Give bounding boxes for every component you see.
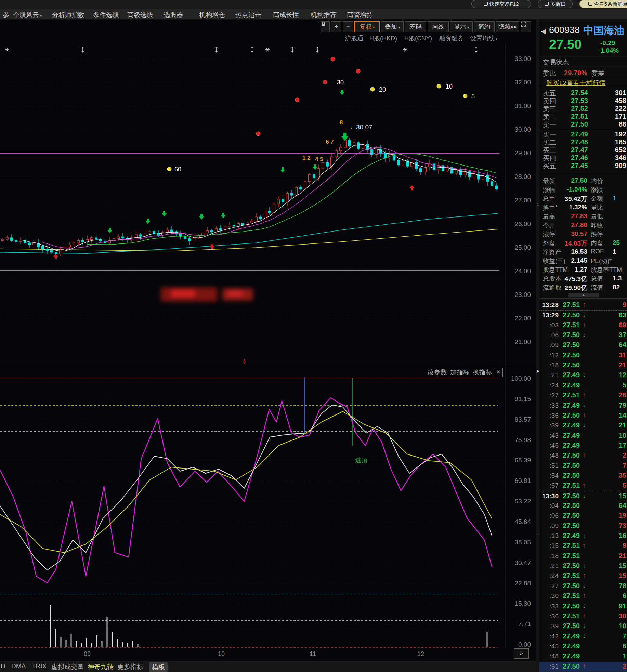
menu-item-高管增持[interactable]: 高管增持 — [347, 11, 373, 19]
toolbar-button-+[interactable]: + — [331, 21, 341, 32]
indicator-axis-label: 15.30 — [514, 600, 531, 607]
panel-divider[interactable]: ⠿ ▶ ⠿ — [536, 19, 539, 672]
orderbook-volume: 192 — [597, 130, 626, 138]
indicator-tab-更多指标[interactable]: 更多指标 — [117, 662, 143, 671]
stat-value: 1.32% — [560, 203, 587, 211]
lock-button[interactable] — [321, 21, 330, 32]
orderbook-volume: 185 — [597, 138, 626, 146]
topbar-button[interactable]: 查看5条新消息 — [579, 0, 627, 8]
stat-label: 跌停 — [591, 230, 603, 238]
toolbar-button-叠加[interactable]: 叠加 ▾ — [381, 21, 404, 32]
candle-body — [304, 182, 306, 189]
tick-volume: 9 — [597, 542, 626, 550]
tick-volume: 16 — [597, 532, 626, 540]
divider-handle-icon[interactable]: ⠿ — [537, 535, 539, 536]
tick-row: :1327.49↓16 — [539, 531, 627, 541]
menu-item-参[interactable]: 参 — [3, 11, 9, 19]
tick-row: :4327.4910 — [539, 431, 627, 441]
topbar-button[interactable]: 快速交易F12 — [471, 0, 531, 8]
buy-signal-arrow-icon — [53, 254, 58, 259]
up-arrow-icon: ↑ — [583, 482, 586, 489]
market-tab-H股(CNY)[interactable]: H股(CNY) — [404, 34, 432, 42]
tick-time: 13:29 — [539, 312, 559, 319]
fullscreen-button[interactable] — [521, 21, 531, 32]
menu-item-分析师指数[interactable]: 分析师指数 — [52, 11, 84, 19]
stat-value-clipped: 1 — [613, 195, 616, 202]
menu-item-个股风云[interactable]: 个股风云 ▾ — [13, 11, 42, 19]
orderbook-level-label: 买五 — [543, 162, 556, 171]
orderbook-volume: 86 — [597, 120, 626, 128]
toolbar-button-简约[interactable]: 简约 — [474, 21, 495, 32]
indicator-tab-D[interactable]: D — [1, 662, 5, 670]
market-tab-设置均线[interactable]: 设置均线 ▾ — [470, 34, 498, 42]
menu-item-机构增仓[interactable]: 机构增仓 — [199, 11, 225, 19]
toolbar-button-复权[interactable]: 复权 ▾ — [354, 21, 380, 32]
price-axis-label: 23.00 — [514, 291, 531, 298]
tick-time: :33 — [539, 402, 559, 409]
tick-price: 27.50 — [563, 311, 580, 319]
tick-volume: 91 — [597, 602, 626, 610]
candle-body — [42, 247, 44, 249]
candle-body — [424, 167, 427, 172]
toolbar-button-隐藏▸▸[interactable]: 隐藏▸▸ — [496, 21, 519, 32]
back-icon[interactable]: ◀ — [541, 27, 546, 35]
path — [199, 214, 204, 220]
indicator-header-button-改参数[interactable]: 改参数 — [428, 368, 447, 377]
indicator-tab-模板[interactable]: 模板 — [149, 662, 168, 672]
tick-time: :09 — [539, 522, 559, 530]
market-tab-沪股通[interactable]: 沪股通 — [345, 34, 363, 42]
collapse-stats-button[interactable]: ▲ — [568, 293, 599, 297]
tick-time: :12 — [539, 352, 559, 359]
l2-purchase-link[interactable]: 购买L2查看十档行情 — [546, 79, 605, 88]
next-page-button[interactable]: » — [514, 648, 529, 659]
market-tab-融资融券[interactable]: 融资融券 — [439, 34, 464, 42]
tick-time: :06 — [539, 512, 559, 519]
up-arrow-icon: ↑ — [583, 411, 586, 419]
indicator-tab-神奇九转[interactable]: 神奇九转 — [88, 662, 114, 671]
toolbar-button-−[interactable]: − — [343, 21, 353, 32]
menu-item-高成长性[interactable]: 高成长性 — [273, 11, 299, 19]
menu-item-条件选股[interactable]: 条件选股 — [93, 11, 119, 19]
indicator-chart-svg: 100.0091.1583.5775.9868.3960.8153.2245.6… — [0, 367, 536, 661]
indicator-tab-DMA[interactable]: DMA — [11, 662, 26, 670]
menu-item-热点追击[interactable]: 热点追击 — [235, 11, 261, 19]
indicator-axis-label: 7.71 — [518, 620, 531, 628]
topbar-button[interactable]: 多窗口 — [538, 0, 573, 8]
tick-row: :4527.496 — [539, 642, 627, 651]
tick-time: :09 — [539, 341, 559, 349]
toolbar-button-筹码[interactable]: 筹码 — [405, 21, 426, 32]
down-arrow-icon: ↓ — [583, 331, 586, 339]
tick-volume: 1 — [597, 652, 626, 660]
tick-price: 27.49 — [563, 371, 580, 379]
orderbook-level-label: 卖一 — [543, 120, 556, 129]
orderbook-volume: 652 — [597, 146, 626, 154]
divider-handle-icon[interactable]: ⠿ — [537, 204, 539, 206]
section-mark: § — [243, 358, 246, 364]
price-axis-label: 25.00 — [514, 244, 531, 251]
price-axis-label: 32.00 — [514, 79, 531, 86]
market-tab-H股(HKD)[interactable]: H股(HKD) — [369, 34, 397, 42]
down-arrow-icon: ↓ — [583, 371, 586, 379]
tick-price: 27.51 — [563, 321, 580, 329]
tick-price: 27.51 — [563, 482, 580, 489]
menu-item-机构推荐[interactable]: 机构推荐 — [311, 11, 337, 19]
indicator-header-button-加指标[interactable]: 加指标 — [450, 368, 470, 377]
lock-icon — [321, 22, 326, 27]
tick-volume: 21 — [597, 421, 626, 429]
indicator-tab-虚拟成交量[interactable]: 虚拟成交量 — [51, 662, 84, 671]
indicator-header-button-换指标[interactable]: 换指标 — [473, 368, 492, 377]
toolbar-button-显示[interactable]: 显示 ▾ — [450, 21, 473, 32]
menu-item-选股器[interactable]: 选股器 — [164, 11, 183, 19]
indicator-tab-TRIX[interactable]: TRIX — [32, 662, 47, 670]
quote-panel: ◀ 600938 中国海油 27.50 -0.29 -1.04% 交易状态 委比… — [539, 19, 627, 672]
indicator-close-button[interactable]: ✕ — [494, 368, 503, 377]
ball-count-label: 30 — [337, 79, 344, 86]
toolbar-button-画线[interactable]: 画线 — [428, 21, 449, 32]
tick-volume: 15 — [597, 572, 626, 580]
up-arrow-icon: ↑ — [583, 391, 586, 399]
tick-row: :2127.50↓15 — [539, 561, 627, 571]
tick-price: 27.51 — [563, 552, 580, 560]
menu-item-高级选股[interactable]: 高级选股 — [127, 11, 153, 19]
price-axis-label: 27.00 — [514, 197, 531, 204]
path — [145, 219, 150, 224]
